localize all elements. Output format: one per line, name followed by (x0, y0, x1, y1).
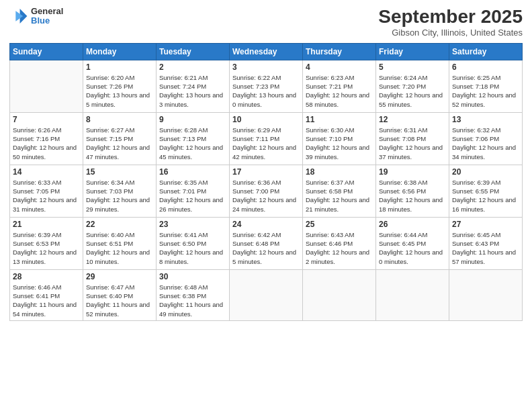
calendar-table: SundayMondayTuesdayWednesdayThursdayFrid… (9, 43, 523, 321)
logo-blue: Blue (31, 16, 63, 26)
day-info: Sunrise: 6:27 AMSunset: 7:15 PMDaylight:… (86, 126, 153, 161)
calendar-cell: 29Sunrise: 6:47 AMSunset: 6:40 PMDayligh… (83, 269, 157, 320)
day-info: Sunrise: 6:29 AMSunset: 7:11 PMDaylight:… (232, 126, 300, 161)
day-number: 24 (232, 220, 300, 229)
calendar-cell: 16Sunrise: 6:35 AMSunset: 7:01 PMDayligh… (157, 165, 230, 217)
day-number: 9 (159, 115, 226, 124)
calendar-cell (10, 60, 83, 112)
day-header-sunday: Sunday (10, 43, 83, 60)
day-number: 22 (86, 220, 153, 229)
calendar-cell: 23Sunrise: 6:41 AMSunset: 6:50 PMDayligh… (157, 217, 230, 269)
calendar-subtitle: Gibson City, Illinois, United States (378, 28, 523, 38)
calendar-cell: 15Sunrise: 6:34 AMSunset: 7:03 PMDayligh… (83, 165, 157, 217)
logo-icon (9, 7, 28, 26)
day-header-wednesday: Wednesday (230, 43, 303, 60)
day-info: Sunrise: 6:38 AMSunset: 6:56 PMDaylight:… (379, 178, 446, 214)
week-row-4: 21Sunrise: 6:39 AMSunset: 6:53 PMDayligh… (10, 217, 523, 269)
day-info: Sunrise: 6:35 AMSunset: 7:01 PMDaylight:… (159, 178, 226, 214)
calendar-cell (230, 269, 303, 320)
calendar-cell: 7Sunrise: 6:26 AMSunset: 7:16 PMDaylight… (10, 112, 83, 165)
day-info: Sunrise: 6:41 AMSunset: 6:50 PMDaylight:… (159, 230, 226, 266)
day-info: Sunrise: 6:48 AMSunset: 6:38 PMDaylight:… (159, 283, 226, 318)
title-block: September 2025 Gibson City, Illinois, Un… (378, 7, 523, 38)
day-info: Sunrise: 6:43 AMSunset: 6:46 PMDaylight:… (306, 230, 373, 266)
day-number: 18 (306, 167, 373, 177)
calendar-cell: 21Sunrise: 6:39 AMSunset: 6:53 PMDayligh… (10, 217, 83, 269)
logo-text: General Blue (31, 7, 63, 26)
day-number: 28 (13, 272, 80, 281)
day-number: 13 (452, 115, 519, 124)
calendar-cell: 17Sunrise: 6:36 AMSunset: 7:00 PMDayligh… (230, 165, 303, 217)
calendar-cell: 25Sunrise: 6:43 AMSunset: 6:46 PMDayligh… (303, 217, 376, 269)
day-info: Sunrise: 6:45 AMSunset: 6:43 PMDaylight:… (452, 230, 519, 266)
day-info: Sunrise: 6:30 AMSunset: 7:10 PMDaylight:… (306, 126, 373, 161)
calendar-cell: 5Sunrise: 6:24 AMSunset: 7:20 PMDaylight… (376, 60, 449, 112)
calendar-cell: 13Sunrise: 6:32 AMSunset: 7:06 PMDayligh… (449, 112, 523, 165)
calendar-cell (449, 269, 523, 320)
calendar-cell: 22Sunrise: 6:40 AMSunset: 6:51 PMDayligh… (83, 217, 157, 269)
calendar-cell: 9Sunrise: 6:28 AMSunset: 7:13 PMDaylight… (157, 112, 230, 165)
calendar-cell: 20Sunrise: 6:39 AMSunset: 6:55 PMDayligh… (449, 165, 523, 217)
header: General Blue September 2025 Gibson City,… (9, 7, 523, 38)
day-number: 16 (159, 167, 226, 177)
day-number: 4 (306, 62, 373, 72)
calendar-cell: 4Sunrise: 6:23 AMSunset: 7:21 PMDaylight… (303, 60, 376, 112)
day-info: Sunrise: 6:39 AMSunset: 6:55 PMDaylight:… (452, 178, 519, 214)
day-number: 29 (86, 272, 153, 281)
day-number: 11 (306, 115, 373, 124)
day-number: 25 (306, 220, 373, 229)
day-header-thursday: Thursday (303, 43, 376, 60)
day-number: 1 (86, 62, 153, 72)
calendar-title: September 2025 (378, 7, 523, 28)
calendar-cell: 10Sunrise: 6:29 AMSunset: 7:11 PMDayligh… (230, 112, 303, 165)
calendar-cell: 28Sunrise: 6:46 AMSunset: 6:41 PMDayligh… (10, 269, 83, 320)
day-number: 20 (452, 167, 519, 177)
day-info: Sunrise: 6:24 AMSunset: 7:20 PMDaylight:… (379, 73, 446, 109)
day-number: 30 (159, 272, 226, 281)
calendar-cell (303, 269, 376, 320)
day-header-tuesday: Tuesday (157, 43, 230, 60)
day-info: Sunrise: 6:39 AMSunset: 6:53 PMDaylight:… (13, 230, 80, 266)
week-row-2: 7Sunrise: 6:26 AMSunset: 7:16 PMDaylight… (10, 112, 523, 165)
day-info: Sunrise: 6:33 AMSunset: 7:05 PMDaylight:… (13, 178, 80, 214)
day-info: Sunrise: 6:36 AMSunset: 7:00 PMDaylight:… (232, 178, 300, 214)
calendar-cell: 6Sunrise: 6:25 AMSunset: 7:18 PMDaylight… (449, 60, 523, 112)
day-number: 17 (232, 167, 300, 177)
calendar-cell: 3Sunrise: 6:22 AMSunset: 7:23 PMDaylight… (230, 60, 303, 112)
page: General Blue September 2025 Gibson City,… (0, 0, 532, 411)
logo: General Blue (9, 7, 63, 26)
day-info: Sunrise: 6:21 AMSunset: 7:24 PMDaylight:… (159, 73, 226, 109)
day-number: 15 (86, 167, 153, 177)
day-number: 26 (379, 220, 446, 229)
day-info: Sunrise: 6:46 AMSunset: 6:41 PMDaylight:… (13, 283, 80, 318)
logo-general: General (31, 7, 63, 16)
calendar-cell: 12Sunrise: 6:31 AMSunset: 7:08 PMDayligh… (376, 112, 449, 165)
day-number: 10 (232, 115, 300, 124)
day-info: Sunrise: 6:23 AMSunset: 7:21 PMDaylight:… (306, 73, 373, 109)
day-number: 7 (13, 115, 80, 124)
calendar-cell: 2Sunrise: 6:21 AMSunset: 7:24 PMDaylight… (157, 60, 230, 112)
day-number: 8 (86, 115, 153, 124)
day-info: Sunrise: 6:44 AMSunset: 6:45 PMDaylight:… (379, 230, 446, 266)
day-info: Sunrise: 6:32 AMSunset: 7:06 PMDaylight:… (452, 126, 519, 161)
calendar-cell: 24Sunrise: 6:42 AMSunset: 6:48 PMDayligh… (230, 217, 303, 269)
day-number: 19 (379, 167, 446, 177)
day-number: 6 (452, 62, 519, 72)
day-number: 5 (379, 62, 446, 72)
day-info: Sunrise: 6:40 AMSunset: 6:51 PMDaylight:… (86, 230, 153, 266)
day-number: 21 (13, 220, 80, 229)
calendar-cell: 8Sunrise: 6:27 AMSunset: 7:15 PMDaylight… (83, 112, 157, 165)
day-header-monday: Monday (83, 43, 157, 60)
day-info: Sunrise: 6:28 AMSunset: 7:13 PMDaylight:… (159, 126, 226, 161)
calendar-cell (376, 269, 449, 320)
day-info: Sunrise: 6:20 AMSunset: 7:26 PMDaylight:… (86, 73, 153, 109)
day-header-saturday: Saturday (449, 43, 523, 60)
day-info: Sunrise: 6:34 AMSunset: 7:03 PMDaylight:… (86, 178, 153, 214)
day-number: 27 (452, 220, 519, 229)
calendar-cell: 18Sunrise: 6:37 AMSunset: 6:58 PMDayligh… (303, 165, 376, 217)
day-info: Sunrise: 6:22 AMSunset: 7:23 PMDaylight:… (232, 73, 300, 109)
calendar-cell: 14Sunrise: 6:33 AMSunset: 7:05 PMDayligh… (10, 165, 83, 217)
week-row-3: 14Sunrise: 6:33 AMSunset: 7:05 PMDayligh… (10, 165, 523, 217)
day-number: 3 (232, 62, 300, 72)
day-number: 2 (159, 62, 226, 72)
